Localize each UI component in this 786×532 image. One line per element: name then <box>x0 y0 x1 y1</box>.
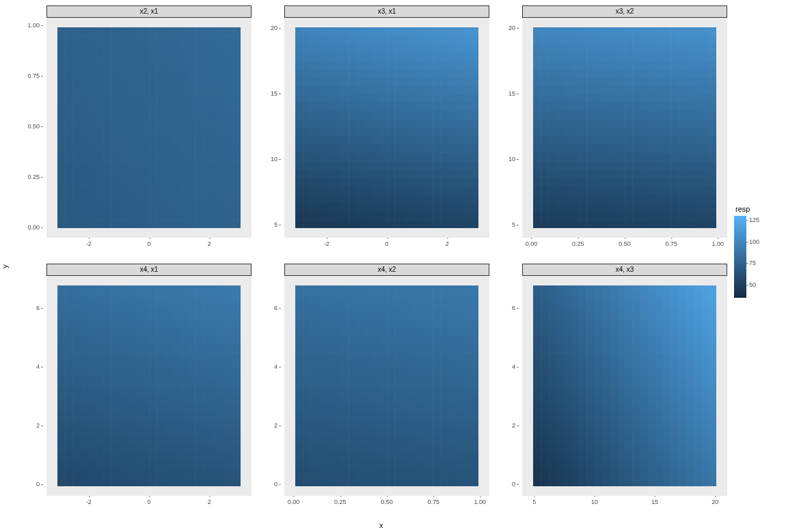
svg-rect-3182 <box>640 386 648 395</box>
svg-rect-3019 <box>678 327 686 336</box>
svg-rect-1763 <box>141 294 150 303</box>
svg-rect-2334 <box>341 294 349 303</box>
svg-rect-1477 <box>632 136 640 145</box>
svg-rect-1048 <box>418 186 426 195</box>
svg-rect-634 <box>372 44 380 53</box>
svg-rect-1238 <box>640 53 648 61</box>
svg-rect-396 <box>149 161 157 170</box>
svg-rect-3123 <box>556 369 564 378</box>
svg-rect-1800 <box>57 311 66 320</box>
svg-rect-2281 <box>65 478 73 486</box>
svg-rect-1578 <box>670 169 679 178</box>
svg-rect-2992 <box>655 319 664 328</box>
svg-rect-3264 <box>533 419 541 428</box>
svg-rect-1755 <box>80 294 88 303</box>
svg-rect-1988 <box>210 369 218 378</box>
svg-rect-2907 <box>556 294 564 303</box>
svg-rect-1783 <box>111 302 119 311</box>
svg-rect-1982 <box>164 369 172 378</box>
svg-rect-896 <box>356 136 364 145</box>
svg-rect-2020 <box>88 386 96 395</box>
svg-rect-1437 <box>694 120 702 128</box>
svg-rect-327 <box>172 136 180 145</box>
svg-rect-182 <box>164 86 172 95</box>
svg-rect-2391 <box>410 311 418 320</box>
svg-rect-689 <box>425 61 433 70</box>
svg-rect-2739 <box>318 436 326 445</box>
svg-rect-2232 <box>57 461 66 470</box>
svg-rect-2002 <box>134 378 142 387</box>
svg-rect-1535 <box>709 153 716 162</box>
svg-rect-1868 <box>210 327 218 336</box>
svg-rect-678 <box>341 61 349 70</box>
svg-rect-2417 <box>425 319 433 328</box>
svg-rect-1050 <box>433 186 441 195</box>
svg-rect-2096 <box>118 411 126 420</box>
svg-rect-1512 <box>533 153 541 162</box>
svg-rect-3254 <box>640 411 648 420</box>
svg-rect-1236 <box>625 53 633 61</box>
svg-rect-2845 <box>394 470 403 479</box>
svg-rect-1242 <box>670 53 679 61</box>
svg-rect-1754 <box>72 294 81 303</box>
svg-rect-1029 <box>456 178 464 187</box>
svg-rect-1587 <box>556 178 564 187</box>
svg-rect-1384 <box>655 102 664 111</box>
svg-rect-1789 <box>157 302 165 311</box>
svg-rect-2346 <box>433 294 441 303</box>
svg-rect-2203 <box>202 445 211 453</box>
svg-rect-533 <box>96 212 104 221</box>
svg-rect-44 <box>210 36 218 44</box>
svg-rect-2619 <box>318 394 326 403</box>
svg-rect-20 <box>210 27 218 36</box>
svg-rect-372 <box>149 153 157 162</box>
svg-rect-302 <box>164 128 172 137</box>
svg-rect-446 <box>164 178 172 187</box>
svg-rect-898 <box>372 136 380 145</box>
svg-rect-236 <box>210 102 218 111</box>
svg-rect-1522 <box>610 153 618 162</box>
svg-rect-1275 <box>556 69 564 78</box>
svg-rect-1008 <box>295 178 303 187</box>
svg-rect-2732 <box>448 428 456 436</box>
svg-rect-3227 <box>617 403 625 412</box>
svg-rect-506 <box>72 203 81 212</box>
svg-rect-3166 <box>701 378 709 387</box>
svg-rect-2530 <box>372 361 380 369</box>
svg-rect-54 <box>103 44 111 53</box>
svg-rect-1412 <box>686 111 694 120</box>
svg-rect-2216 <box>118 453 126 462</box>
svg-rect-1278 <box>579 69 587 78</box>
svg-rect-1035 <box>318 186 326 195</box>
svg-rect-1794 <box>195 302 203 311</box>
svg-rect-475 <box>202 186 211 195</box>
svg-rect-751 <box>349 86 357 95</box>
svg-rect-1110 <box>341 212 349 221</box>
svg-rect-2985 <box>601 319 610 328</box>
svg-rect-919 <box>349 145 357 154</box>
svg-rect-1354 <box>610 94 618 103</box>
svg-rect-481 <box>65 195 73 204</box>
svg-rect-1653 <box>694 195 702 204</box>
svg-rect-2520 <box>295 361 303 369</box>
svg-rect-2866 <box>372 478 380 486</box>
svg-rect-2663 <box>471 403 478 412</box>
svg-rect-2959 <box>586 311 595 320</box>
svg-rect-1551 <box>648 161 656 170</box>
svg-rect-2127 <box>172 419 180 428</box>
svg-rect-2491 <box>440 344 448 353</box>
svg-rect-1751 <box>233 285 241 294</box>
svg-rect-1137 <box>364 220 372 228</box>
svg-rect-1737 <box>126 285 134 294</box>
svg-rect-587 <box>379 27 388 36</box>
svg-rect-685 <box>394 61 403 70</box>
svg-rect-2685 <box>456 411 464 420</box>
svg-rect-3213 <box>694 394 702 403</box>
svg-rect-2257 <box>65 470 73 479</box>
svg-rect-872 <box>356 128 364 137</box>
svg-rect-141 <box>218 69 226 78</box>
svg-rect-2588 <box>448 378 456 387</box>
svg-rect-2527 <box>349 361 357 369</box>
svg-rect-2706 <box>433 419 441 428</box>
svg-rect-2231 <box>233 453 241 462</box>
